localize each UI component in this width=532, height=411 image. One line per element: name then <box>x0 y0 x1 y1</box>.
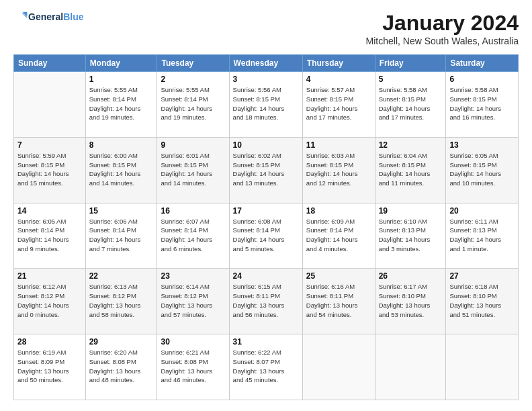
day-cell: 14Sunrise: 6:05 AMSunset: 8:14 PMDayligh… <box>14 203 86 269</box>
day-number: 17 <box>233 206 299 216</box>
day-number: 4 <box>306 75 371 84</box>
day-cell: 15Sunrise: 6:06 AMSunset: 8:14 PMDayligh… <box>85 203 157 269</box>
day-number: 5 <box>379 75 443 84</box>
day-cell: 10Sunrise: 6:02 AMSunset: 8:15 PMDayligh… <box>229 137 302 203</box>
day-cell: 16Sunrise: 6:07 AMSunset: 8:14 PMDayligh… <box>157 203 229 269</box>
day-cell: 23Sunrise: 6:14 AMSunset: 8:12 PMDayligh… <box>157 269 229 334</box>
header-wednesday: Wednesday <box>229 55 302 72</box>
day-cell: 25Sunrise: 6:16 AMSunset: 8:11 PMDayligh… <box>302 269 375 334</box>
month-title: January 2024 <box>366 11 519 36</box>
day-cell: 2Sunrise: 5:55 AMSunset: 8:14 PMDaylight… <box>157 72 229 138</box>
day-number: 21 <box>17 271 82 281</box>
day-info: Sunrise: 6:14 AMSunset: 8:12 PMDaylight:… <box>161 282 225 319</box>
day-info: Sunrise: 5:55 AMSunset: 8:14 PMDaylight:… <box>161 85 225 122</box>
day-info: Sunrise: 6:09 AMSunset: 8:14 PMDaylight:… <box>306 217 371 254</box>
day-cell: 13Sunrise: 6:05 AMSunset: 8:15 PMDayligh… <box>446 137 519 203</box>
day-number: 29 <box>89 337 154 347</box>
day-number: 3 <box>233 75 299 84</box>
day-info: Sunrise: 5:59 AMSunset: 8:15 PMDaylight:… <box>17 151 82 188</box>
day-number: 28 <box>17 337 82 347</box>
day-number: 14 <box>17 206 82 216</box>
header-monday: Monday <box>85 55 157 72</box>
day-cell: 19Sunrise: 6:10 AMSunset: 8:13 PMDayligh… <box>375 203 446 269</box>
header-sunday: Sunday <box>14 55 86 72</box>
header: GeneralBlue January 2024 Mitchell, New S… <box>13 11 519 46</box>
week-row-4: 21Sunrise: 6:12 AMSunset: 8:12 PMDayligh… <box>14 269 519 334</box>
day-cell: 11Sunrise: 6:03 AMSunset: 8:15 PMDayligh… <box>302 137 375 203</box>
day-number: 15 <box>89 206 154 216</box>
day-cell: 3Sunrise: 5:56 AMSunset: 8:15 PMDaylight… <box>229 72 302 138</box>
day-info: Sunrise: 6:16 AMSunset: 8:11 PMDaylight:… <box>306 282 371 319</box>
day-cell: 30Sunrise: 6:21 AMSunset: 8:08 PMDayligh… <box>157 334 229 400</box>
day-number: 9 <box>161 140 225 150</box>
day-cell: 4Sunrise: 5:57 AMSunset: 8:15 PMDaylight… <box>302 72 375 138</box>
logo-text: GeneralBlue <box>28 12 83 22</box>
day-cell: 5Sunrise: 5:58 AMSunset: 8:15 PMDaylight… <box>375 72 446 138</box>
week-row-3: 14Sunrise: 6:05 AMSunset: 8:14 PMDayligh… <box>14 203 519 269</box>
day-info: Sunrise: 6:03 AMSunset: 8:15 PMDaylight:… <box>306 151 371 188</box>
day-cell: 9Sunrise: 6:01 AMSunset: 8:15 PMDaylight… <box>157 137 229 203</box>
logo-icon <box>15 11 28 24</box>
day-number: 19 <box>379 206 443 216</box>
day-number: 30 <box>161 337 225 347</box>
week-row-1: 1Sunrise: 5:55 AMSunset: 8:14 PMDaylight… <box>14 72 519 138</box>
title-block: January 2024 Mitchell, New South Wales, … <box>366 11 519 46</box>
day-number: 23 <box>161 271 225 281</box>
day-info: Sunrise: 6:10 AMSunset: 8:13 PMDaylight:… <box>379 217 443 254</box>
day-info: Sunrise: 6:22 AMSunset: 8:07 PMDaylight:… <box>233 348 299 385</box>
day-cell: 1Sunrise: 5:55 AMSunset: 8:14 PMDaylight… <box>85 72 157 138</box>
day-info: Sunrise: 5:57 AMSunset: 8:15 PMDaylight:… <box>306 85 371 122</box>
calendar: SundayMondayTuesdayWednesdayThursdayFrid… <box>13 54 519 400</box>
day-cell <box>302 334 375 400</box>
day-cell: 17Sunrise: 6:08 AMSunset: 8:14 PMDayligh… <box>229 203 302 269</box>
day-cell: 27Sunrise: 6:18 AMSunset: 8:10 PMDayligh… <box>446 269 519 334</box>
day-info: Sunrise: 6:07 AMSunset: 8:14 PMDaylight:… <box>161 217 225 254</box>
logo: GeneralBlue <box>13 11 83 24</box>
day-info: Sunrise: 6:01 AMSunset: 8:15 PMDaylight:… <box>161 151 225 188</box>
day-info: Sunrise: 6:02 AMSunset: 8:15 PMDaylight:… <box>233 151 299 188</box>
day-info: Sunrise: 6:00 AMSunset: 8:15 PMDaylight:… <box>89 151 154 188</box>
day-number: 26 <box>379 271 443 281</box>
week-row-5: 28Sunrise: 6:19 AMSunset: 8:09 PMDayligh… <box>14 334 519 400</box>
header-row: SundayMondayTuesdayWednesdayThursdayFrid… <box>14 55 519 72</box>
location: Mitchell, New South Wales, Australia <box>366 36 519 46</box>
day-number: 31 <box>233 337 299 347</box>
day-number: 11 <box>306 140 371 150</box>
day-info: Sunrise: 6:20 AMSunset: 8:08 PMDaylight:… <box>89 348 154 385</box>
day-info: Sunrise: 6:05 AMSunset: 8:15 PMDaylight:… <box>449 151 515 188</box>
day-cell: 8Sunrise: 6:00 AMSunset: 8:15 PMDaylight… <box>85 137 157 203</box>
week-row-2: 7Sunrise: 5:59 AMSunset: 8:15 PMDaylight… <box>14 137 519 203</box>
day-info: Sunrise: 6:21 AMSunset: 8:08 PMDaylight:… <box>161 348 225 385</box>
day-cell: 22Sunrise: 6:13 AMSunset: 8:12 PMDayligh… <box>85 269 157 334</box>
day-number: 24 <box>233 271 299 281</box>
day-cell <box>375 334 446 400</box>
day-cell <box>14 72 86 138</box>
day-cell: 24Sunrise: 6:15 AMSunset: 8:11 PMDayligh… <box>229 269 302 334</box>
day-number: 13 <box>449 140 515 150</box>
day-info: Sunrise: 6:18 AMSunset: 8:10 PMDaylight:… <box>449 282 515 319</box>
day-number: 25 <box>306 271 371 281</box>
day-number: 7 <box>17 140 82 150</box>
day-cell: 18Sunrise: 6:09 AMSunset: 8:14 PMDayligh… <box>302 203 375 269</box>
day-number: 2 <box>161 75 225 84</box>
day-cell: 20Sunrise: 6:11 AMSunset: 8:13 PMDayligh… <box>446 203 519 269</box>
day-number: 18 <box>306 206 371 216</box>
day-info: Sunrise: 6:06 AMSunset: 8:14 PMDaylight:… <box>89 217 154 254</box>
day-cell: 26Sunrise: 6:17 AMSunset: 8:10 PMDayligh… <box>375 269 446 334</box>
day-number: 12 <box>379 140 443 150</box>
day-cell: 21Sunrise: 6:12 AMSunset: 8:12 PMDayligh… <box>14 269 86 334</box>
day-info: Sunrise: 6:17 AMSunset: 8:10 PMDaylight:… <box>379 282 443 319</box>
header-saturday: Saturday <box>446 55 519 72</box>
day-cell: 12Sunrise: 6:04 AMSunset: 8:15 PMDayligh… <box>375 137 446 203</box>
day-number: 22 <box>89 271 154 281</box>
day-cell: 7Sunrise: 5:59 AMSunset: 8:15 PMDaylight… <box>14 137 86 203</box>
day-cell: 29Sunrise: 6:20 AMSunset: 8:08 PMDayligh… <box>85 334 157 400</box>
day-info: Sunrise: 6:13 AMSunset: 8:12 PMDaylight:… <box>89 282 154 319</box>
page: GeneralBlue January 2024 Mitchell, New S… <box>0 0 532 411</box>
day-number: 8 <box>89 140 154 150</box>
day-cell: 6Sunrise: 5:58 AMSunset: 8:15 PMDaylight… <box>446 72 519 138</box>
day-info: Sunrise: 6:04 AMSunset: 8:15 PMDaylight:… <box>379 151 443 188</box>
day-info: Sunrise: 5:58 AMSunset: 8:15 PMDaylight:… <box>379 85 443 122</box>
day-cell <box>446 334 519 400</box>
day-info: Sunrise: 6:08 AMSunset: 8:14 PMDaylight:… <box>233 217 299 254</box>
